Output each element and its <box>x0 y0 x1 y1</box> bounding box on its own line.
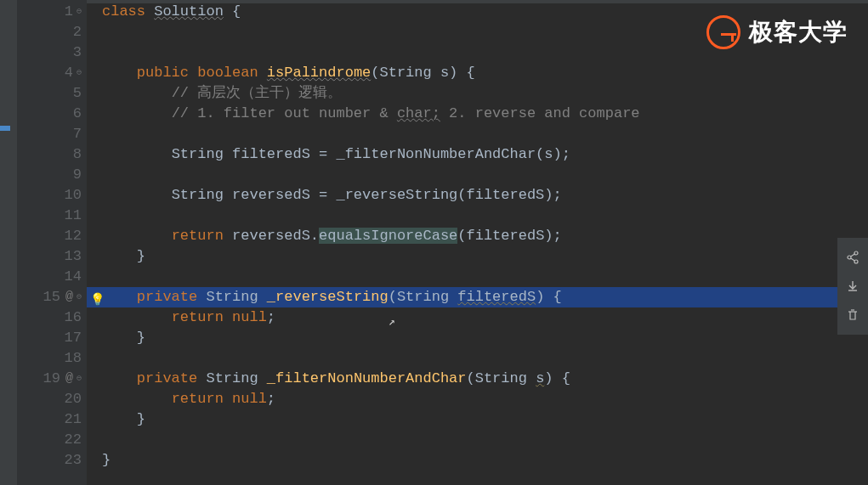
svg-point-2 <box>854 260 858 263</box>
code-line: } <box>102 409 868 430</box>
code-line <box>102 348 868 369</box>
svg-line-4 <box>851 258 855 261</box>
code-line: String filteredS = _filterNonNumberAndCh… <box>102 144 868 165</box>
code-line: return null; <box>102 307 868 328</box>
download-icon[interactable] <box>837 272 868 301</box>
code-editor[interactable]: 1⊖ 2 3 4⊖ 5 6 7 8 9 10 11 12 13 14 15@⊖ … <box>17 0 868 485</box>
share-icon[interactable] <box>837 243 868 272</box>
brand-logo-icon <box>706 15 740 49</box>
code-line: String reversedS = _reverseString(filter… <box>102 185 868 206</box>
code-line: } <box>102 450 868 471</box>
code-line: // 1. filter out number & char; 2. rever… <box>102 104 868 124</box>
svg-point-0 <box>854 251 858 255</box>
code-line: private String _filterNonNumberAndChar(S… <box>102 369 868 389</box>
svg-point-1 <box>848 256 851 259</box>
code-line-active: 💡 private String _reverseString(String f… <box>102 287 868 307</box>
vcs-change-marker <box>0 126 10 131</box>
delete-icon[interactable] <box>837 301 868 330</box>
code-line: return reversedS.equalsIgnoreCase(filter… <box>102 226 868 246</box>
brand-text: 极客大学 <box>749 16 848 48</box>
code-line: public boolean isPalindrome(String s) { <box>102 63 868 83</box>
code-line: } <box>102 328 868 348</box>
code-line: // 高层次（主干）逻辑。 <box>102 83 868 104</box>
code-line <box>102 124 868 144</box>
code-line <box>102 267 868 287</box>
line-number-gutter: 1⊖ 2 3 4⊖ 5 6 7 8 9 10 11 12 13 14 15@⊖ … <box>17 0 87 485</box>
code-area[interactable]: class Solution { public boolean isPalind… <box>87 0 868 485</box>
code-line <box>102 206 868 226</box>
code-line: return null; <box>102 389 868 409</box>
svg-line-3 <box>851 254 855 257</box>
code-line: } <box>102 246 868 267</box>
floating-toolbar <box>837 238 868 335</box>
left-gutter-bar <box>0 0 17 485</box>
code-line <box>102 165 868 185</box>
brand-watermark: 极客大学 <box>706 15 848 49</box>
code-line <box>102 430 868 450</box>
